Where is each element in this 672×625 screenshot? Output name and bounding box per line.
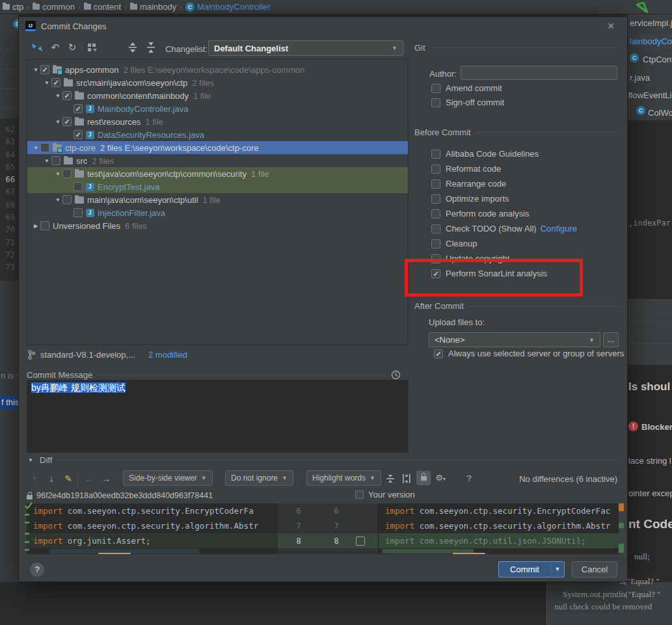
before-commit-option[interactable]: Alibaba Code Guidelines bbox=[431, 146, 626, 161]
diff-scrollbar[interactable] bbox=[619, 503, 624, 554]
author-input[interactable] bbox=[461, 66, 617, 80]
chevron-down-icon[interactable] bbox=[53, 93, 62, 99]
breadcrumb-item[interactable]: content bbox=[94, 2, 122, 12]
before-commit-option[interactable]: Check TODO (Show All)Configure bbox=[431, 221, 626, 236]
diff-section-header[interactable]: Diff bbox=[27, 455, 619, 465]
previous-difference-icon[interactable]: ↑ bbox=[28, 472, 41, 485]
checkbox-checked[interactable] bbox=[62, 91, 72, 100]
message-history-icon[interactable] bbox=[391, 370, 401, 380]
checkbox[interactable] bbox=[74, 208, 83, 217]
background-tab[interactable]: r.java bbox=[630, 73, 650, 83]
before-commit-option[interactable]: Reformat code bbox=[431, 161, 626, 176]
group-by-icon[interactable] bbox=[87, 42, 100, 53]
checkbox-checked[interactable] bbox=[40, 65, 49, 74]
help-button[interactable]: ? bbox=[30, 563, 44, 577]
chevron-down-icon[interactable] bbox=[31, 67, 40, 73]
signoff-commit-option[interactable]: Sign-off commit bbox=[431, 95, 620, 110]
commit-message-input[interactable]: by冉鹏峰 规则检测测试 bbox=[27, 380, 409, 453]
checkbox[interactable] bbox=[74, 182, 83, 191]
breadcrumb-item[interactable]: ctp bbox=[12, 2, 23, 12]
chevron-down-icon[interactable] bbox=[42, 80, 51, 86]
checkbox[interactable] bbox=[431, 194, 440, 204]
edit-source-icon[interactable]: ✎ bbox=[62, 472, 75, 485]
tree-row[interactable]: src2 files bbox=[27, 154, 408, 167]
tree-row[interactable]: JDataSecurityResources.java bbox=[27, 128, 408, 141]
checkbox[interactable] bbox=[431, 224, 440, 233]
highlight-mode-dropdown[interactable]: Highlight words▼ bbox=[306, 470, 381, 486]
collapse-unchanged-icon[interactable] bbox=[384, 473, 396, 485]
browse-button[interactable]: ... bbox=[603, 332, 619, 347]
tree-row[interactable]: test\java\com\seeyon\ctp\common\security… bbox=[27, 167, 408, 180]
modified-files-link[interactable]: 2 modified bbox=[148, 350, 187, 360]
checkbox-checked[interactable] bbox=[51, 78, 60, 87]
tree-row[interactable]: src\main\java\com\seeyon\ctp2 files bbox=[27, 76, 408, 89]
checkbox[interactable] bbox=[431, 180, 440, 189]
diff-left-pane[interactable]: import com.seeyon.ctp.security.EncryptCo… bbox=[27, 503, 278, 554]
before-commit-option[interactable]: Rearrange code bbox=[431, 176, 626, 191]
next-difference-icon[interactable]: ↓ bbox=[45, 472, 58, 485]
commit-button[interactable]: Commit bbox=[498, 561, 550, 578]
checkbox[interactable] bbox=[431, 209, 440, 219]
chevron-right-icon[interactable] bbox=[31, 223, 40, 229]
chevron-down-icon[interactable] bbox=[53, 171, 62, 177]
refresh-icon[interactable]: ↻ bbox=[66, 42, 79, 53]
upload-target-dropdown[interactable]: <None> ▼ bbox=[429, 332, 600, 347]
checkbox[interactable] bbox=[62, 195, 72, 204]
chevron-down-icon[interactable] bbox=[53, 119, 62, 125]
checkbox[interactable] bbox=[431, 239, 440, 248]
expand-all-icon[interactable] bbox=[127, 42, 139, 53]
checkbox[interactable] bbox=[431, 98, 440, 107]
tree-row[interactable]: rest\resources1 file bbox=[27, 115, 408, 128]
tree-row[interactable]: JInjectionFilter.java bbox=[27, 206, 408, 219]
configure-link[interactable]: Configure bbox=[541, 224, 577, 233]
checkbox-checked[interactable] bbox=[74, 104, 83, 113]
changelist-dropdown[interactable]: Default Changelist ▼ bbox=[208, 40, 403, 56]
cancel-button[interactable]: Cancel bbox=[572, 561, 617, 578]
tree-row[interactable]: Unversioned Files6 files bbox=[27, 219, 408, 232]
chevron-down-icon[interactable] bbox=[31, 145, 40, 151]
breadcrumb-item[interactable]: mainbody bbox=[140, 2, 176, 12]
tree-row[interactable]: main\java\com\seeyon\ctp\util1 file bbox=[27, 193, 408, 206]
checkbox[interactable] bbox=[431, 150, 440, 159]
background-tab[interactable]: ColWo bbox=[648, 108, 672, 118]
line-checkbox[interactable] bbox=[356, 537, 365, 546]
background-tab[interactable]: erviceImpl.ja bbox=[630, 18, 672, 28]
tree-row[interactable]: JMainbodyController.java bbox=[27, 102, 408, 115]
checkbox-checked[interactable] bbox=[434, 349, 443, 358]
rollback-icon[interactable]: ↶ bbox=[49, 42, 62, 53]
chevron-down-icon[interactable] bbox=[53, 197, 62, 203]
whitespace-dropdown[interactable]: Do not ignore▼ bbox=[225, 470, 293, 486]
breadcrumb-item[interactable]: common bbox=[42, 2, 75, 12]
amend-commit-option[interactable]: Amend commit bbox=[431, 81, 620, 96]
your-version-option[interactable]: Your version bbox=[355, 490, 415, 499]
chevron-down-icon[interactable] bbox=[27, 457, 34, 463]
refresh-changes-icon[interactable] bbox=[31, 42, 44, 53]
chevron-down-icon[interactable] bbox=[42, 158, 51, 164]
sync-scrolling-icon[interactable] bbox=[401, 473, 412, 485]
checkbox[interactable] bbox=[355, 490, 364, 499]
diff-settings-gear-icon[interactable]: ⚙▾ bbox=[433, 471, 448, 485]
checkbox-checked[interactable] bbox=[74, 130, 83, 139]
diff-right-pane[interactable]: import com.seeyon.ctp.security.EncryptCo… bbox=[378, 503, 619, 554]
checkbox[interactable] bbox=[51, 156, 60, 165]
before-commit-option[interactable]: Optimize imports bbox=[431, 191, 626, 206]
checkbox[interactable] bbox=[431, 84, 440, 93]
checkbox[interactable] bbox=[431, 165, 440, 174]
diff-help-icon[interactable]: ? bbox=[463, 472, 476, 485]
before-commit-option[interactable]: Cleanup bbox=[431, 236, 626, 251]
checkbox[interactable] bbox=[62, 169, 72, 178]
breadcrumb-class-item[interactable]: MainbodyController bbox=[197, 2, 271, 12]
next-change-icon[interactable]: → bbox=[100, 472, 113, 485]
viewer-mode-dropdown[interactable]: Side-by-side viewer▼ bbox=[123, 470, 213, 486]
disable-editing-lock-icon[interactable] bbox=[416, 471, 431, 485]
background-tab[interactable]: CtpCont bbox=[643, 55, 672, 64]
background-tab[interactable]: flowEventLis bbox=[628, 90, 672, 100]
checkbox-checked[interactable] bbox=[62, 117, 72, 126]
before-commit-option[interactable]: Perform code analysis bbox=[431, 206, 626, 221]
tree-row[interactable]: JEncryptTest.java bbox=[27, 180, 408, 193]
tree-row[interactable]: apps-common2 files E:\seeyon\workspace\c… bbox=[27, 63, 408, 76]
tree-row[interactable]: common\content\mainbody1 file bbox=[27, 89, 408, 102]
checkbox[interactable] bbox=[40, 143, 49, 152]
checkbox[interactable] bbox=[40, 221, 49, 230]
previous-change-icon[interactable]: ← bbox=[83, 472, 96, 485]
